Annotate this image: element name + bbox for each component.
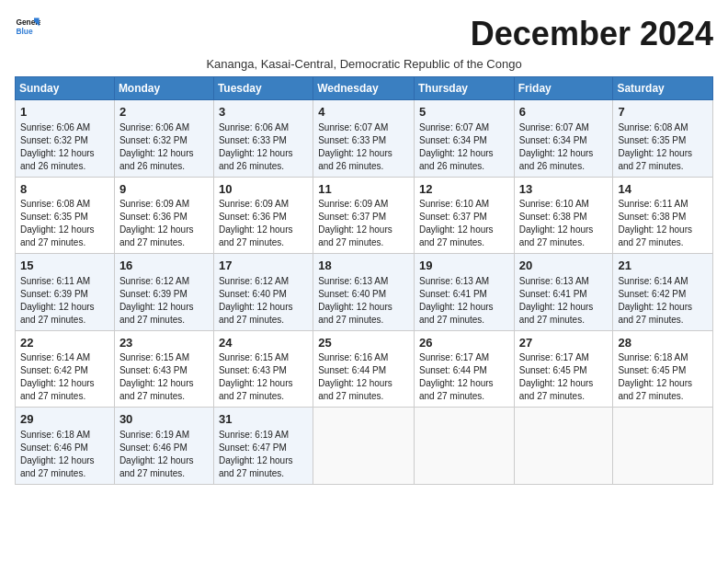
day-info: Sunrise: 6:18 AM Sunset: 6:45 PM Dayligh… — [618, 351, 708, 403]
day-info: Sunrise: 6:12 AM Sunset: 6:39 PM Dayligh… — [119, 275, 209, 327]
logo: General Blue General Blue — [15, 15, 40, 40]
calendar-cell: 5Sunrise: 6:07 AM Sunset: 6:34 PM Daylig… — [414, 100, 514, 178]
day-number: 4 — [318, 104, 409, 121]
calendar-cell: 16Sunrise: 6:12 AM Sunset: 6:39 PM Dayli… — [114, 254, 213, 331]
day-number: 23 — [119, 335, 209, 351]
calendar-header: Sunday Monday Tuesday Wednesday Thursday… — [16, 77, 713, 100]
day-info: Sunrise: 6:07 AM Sunset: 6:34 PM Dayligh… — [419, 121, 509, 173]
day-info: Sunrise: 6:11 AM Sunset: 6:39 PM Dayligh… — [20, 275, 109, 327]
calendar-cell: 22Sunrise: 6:14 AM Sunset: 6:42 PM Dayli… — [16, 330, 115, 408]
day-info: Sunrise: 6:13 AM Sunset: 6:40 PM Dayligh… — [318, 275, 409, 327]
day-number: 13 — [519, 181, 609, 198]
day-number: 12 — [419, 181, 509, 198]
day-info: Sunrise: 6:07 AM Sunset: 6:33 PM Dayligh… — [318, 121, 409, 173]
calendar-cell: 23Sunrise: 6:15 AM Sunset: 6:43 PM Dayli… — [114, 330, 213, 408]
day-info: Sunrise: 6:13 AM Sunset: 6:41 PM Dayligh… — [519, 275, 609, 327]
title-area: December 2024 — [471, 15, 713, 53]
day-number: 2 — [119, 104, 209, 121]
calendar-cell: 27Sunrise: 6:17 AM Sunset: 6:45 PM Dayli… — [514, 330, 613, 408]
week-row-4: 22Sunrise: 6:14 AM Sunset: 6:42 PM Dayli… — [16, 330, 713, 408]
day-number: 10 — [219, 181, 308, 198]
day-info: Sunrise: 6:11 AM Sunset: 6:38 PM Dayligh… — [618, 198, 708, 249]
calendar-cell: 24Sunrise: 6:15 AM Sunset: 6:43 PM Dayli… — [213, 330, 313, 408]
day-number: 24 — [219, 335, 308, 351]
week-row-5: 29Sunrise: 6:18 AM Sunset: 6:46 PM Dayli… — [16, 408, 713, 485]
day-info: Sunrise: 6:17 AM Sunset: 6:45 PM Dayligh… — [519, 351, 609, 403]
day-number: 28 — [618, 335, 708, 351]
day-number: 1 — [20, 104, 109, 121]
logo-icon: General Blue — [15, 15, 40, 40]
calendar-cell: 9Sunrise: 6:09 AM Sunset: 6:36 PM Daylig… — [114, 177, 213, 254]
day-number: 21 — [618, 258, 708, 274]
day-info: Sunrise: 6:18 AM Sunset: 6:46 PM Dayligh… — [20, 429, 109, 480]
subtitle: Kananga, Kasai-Central, Democratic Repub… — [15, 57, 713, 71]
day-number: 6 — [519, 104, 609, 121]
day-info: Sunrise: 6:16 AM Sunset: 6:44 PM Dayligh… — [318, 351, 409, 403]
month-title: December 2024 — [471, 15, 713, 53]
calendar-cell — [613, 408, 713, 485]
calendar-cell: 19Sunrise: 6:13 AM Sunset: 6:41 PM Dayli… — [414, 254, 514, 331]
day-number: 7 — [618, 104, 708, 121]
calendar-cell: 14Sunrise: 6:11 AM Sunset: 6:38 PM Dayli… — [613, 177, 713, 254]
header: General Blue General Blue December 2024 — [15, 15, 713, 53]
day-info: Sunrise: 6:13 AM Sunset: 6:41 PM Dayligh… — [419, 275, 509, 327]
calendar-cell: 18Sunrise: 6:13 AM Sunset: 6:40 PM Dayli… — [313, 254, 415, 331]
calendar-table: Sunday Monday Tuesday Wednesday Thursday… — [15, 76, 713, 485]
day-info: Sunrise: 6:09 AM Sunset: 6:37 PM Dayligh… — [318, 198, 409, 249]
calendar-cell: 17Sunrise: 6:12 AM Sunset: 6:40 PM Dayli… — [213, 254, 313, 331]
col-thursday: Thursday — [414, 77, 514, 100]
col-monday: Monday — [114, 77, 213, 100]
calendar-cell: 8Sunrise: 6:08 AM Sunset: 6:35 PM Daylig… — [16, 177, 115, 254]
day-info: Sunrise: 6:17 AM Sunset: 6:44 PM Dayligh… — [419, 351, 509, 403]
calendar-cell — [313, 408, 415, 485]
week-row-2: 8Sunrise: 6:08 AM Sunset: 6:35 PM Daylig… — [16, 177, 713, 254]
day-info: Sunrise: 6:07 AM Sunset: 6:34 PM Dayligh… — [519, 121, 609, 173]
day-info: Sunrise: 6:15 AM Sunset: 6:43 PM Dayligh… — [119, 351, 209, 403]
day-number: 31 — [219, 411, 308, 428]
day-number: 3 — [219, 104, 308, 121]
calendar-cell: 28Sunrise: 6:18 AM Sunset: 6:45 PM Dayli… — [613, 330, 713, 408]
day-number: 8 — [20, 181, 109, 198]
day-info: Sunrise: 6:15 AM Sunset: 6:43 PM Dayligh… — [219, 351, 308, 403]
day-info: Sunrise: 6:08 AM Sunset: 6:35 PM Dayligh… — [618, 121, 708, 173]
day-info: Sunrise: 6:09 AM Sunset: 6:36 PM Dayligh… — [219, 198, 308, 249]
day-number: 14 — [618, 181, 708, 198]
day-info: Sunrise: 6:19 AM Sunset: 6:47 PM Dayligh… — [219, 429, 308, 480]
calendar-cell: 30Sunrise: 6:19 AM Sunset: 6:46 PM Dayli… — [114, 408, 213, 485]
svg-text:Blue: Blue — [16, 27, 32, 36]
day-number: 9 — [119, 181, 209, 198]
calendar-cell: 13Sunrise: 6:10 AM Sunset: 6:38 PM Dayli… — [514, 177, 613, 254]
day-info: Sunrise: 6:10 AM Sunset: 6:38 PM Dayligh… — [519, 198, 609, 249]
calendar-cell: 21Sunrise: 6:14 AM Sunset: 6:42 PM Dayli… — [613, 254, 713, 331]
calendar-cell: 2Sunrise: 6:06 AM Sunset: 6:32 PM Daylig… — [114, 100, 213, 178]
col-saturday: Saturday — [613, 77, 713, 100]
day-number: 27 — [519, 335, 609, 351]
day-number: 20 — [519, 258, 609, 274]
day-info: Sunrise: 6:06 AM Sunset: 6:32 PM Dayligh… — [119, 121, 209, 173]
calendar-cell: 10Sunrise: 6:09 AM Sunset: 6:36 PM Dayli… — [213, 177, 313, 254]
calendar-cell: 31Sunrise: 6:19 AM Sunset: 6:47 PM Dayli… — [213, 408, 313, 485]
calendar-cell: 3Sunrise: 6:06 AM Sunset: 6:33 PM Daylig… — [213, 100, 313, 178]
day-number: 15 — [20, 258, 109, 274]
day-info: Sunrise: 6:12 AM Sunset: 6:40 PM Dayligh… — [219, 275, 308, 327]
header-row: Sunday Monday Tuesday Wednesday Thursday… — [16, 77, 713, 100]
calendar-cell: 6Sunrise: 6:07 AM Sunset: 6:34 PM Daylig… — [514, 100, 613, 178]
day-info: Sunrise: 6:06 AM Sunset: 6:32 PM Dayligh… — [20, 121, 109, 173]
calendar-cell: 25Sunrise: 6:16 AM Sunset: 6:44 PM Dayli… — [313, 330, 415, 408]
day-info: Sunrise: 6:19 AM Sunset: 6:46 PM Dayligh… — [119, 429, 209, 480]
day-info: Sunrise: 6:10 AM Sunset: 6:37 PM Dayligh… — [419, 198, 509, 249]
col-wednesday: Wednesday — [313, 77, 415, 100]
calendar-cell: 7Sunrise: 6:08 AM Sunset: 6:35 PM Daylig… — [613, 100, 713, 178]
day-number: 30 — [119, 411, 209, 428]
day-number: 11 — [318, 181, 409, 198]
calendar-body: 1Sunrise: 6:06 AM Sunset: 6:32 PM Daylig… — [16, 100, 713, 485]
calendar-cell: 1Sunrise: 6:06 AM Sunset: 6:32 PM Daylig… — [16, 100, 115, 178]
day-info: Sunrise: 6:08 AM Sunset: 6:35 PM Dayligh… — [20, 198, 109, 249]
day-number: 22 — [20, 335, 109, 351]
day-info: Sunrise: 6:14 AM Sunset: 6:42 PM Dayligh… — [618, 275, 708, 327]
calendar-cell — [514, 408, 613, 485]
col-tuesday: Tuesday — [213, 77, 313, 100]
day-number: 18 — [318, 258, 409, 274]
day-number: 5 — [419, 104, 509, 121]
day-number: 25 — [318, 335, 409, 351]
